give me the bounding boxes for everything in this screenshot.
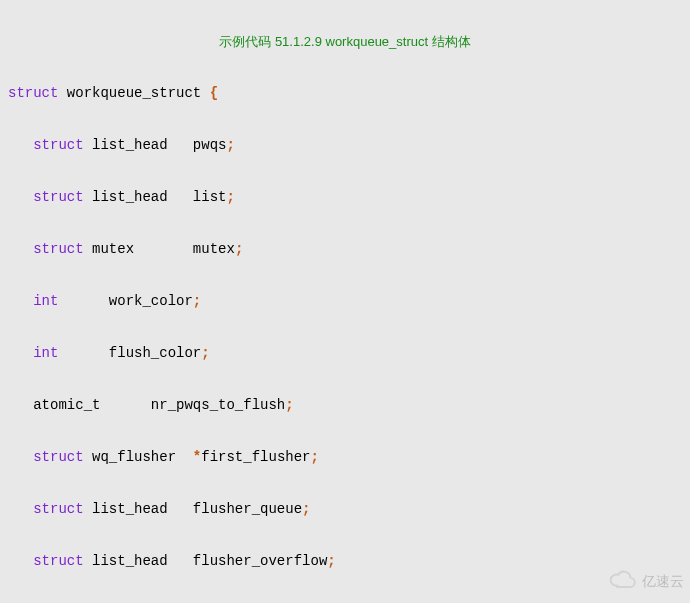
code-block: 示例代码 51.1.2.9 workqueue_struct 结构体 struc… [0,0,690,603]
indent [8,189,33,205]
code-text: list_head pwqs [84,137,227,153]
semicolon: ; [310,449,318,465]
semicolon: ; [235,241,243,257]
keyword: struct [33,189,83,205]
keyword: struct [33,241,83,257]
indent [8,449,33,465]
code-line: int work_color; [8,288,682,314]
keyword: struct [33,137,83,153]
code-line: struct workqueue_struct { [8,80,682,106]
code-text: flush_color [58,345,201,361]
keyword: int [33,345,58,361]
indent [8,137,33,153]
code-text: mutex mutex [84,241,235,257]
code-line: struct mutex mutex; [8,236,682,262]
indent [8,397,33,413]
indent [8,293,33,309]
indent [8,345,33,361]
keyword: struct [33,501,83,517]
code-text: wq_flusher [84,449,193,465]
brace-open: { [210,85,218,101]
keyword: struct [8,85,58,101]
keyword: struct [33,449,83,465]
code-line: struct list_head pwqs; [8,132,682,158]
semicolon: ; [226,137,234,153]
keyword: int [33,293,58,309]
semicolon: ; [226,189,234,205]
code-text: workqueue_struct [58,85,209,101]
code-text: list_head flusher_overflow [84,553,328,569]
code-line: struct list_head list; [8,184,682,210]
code-text: first_flusher [201,449,310,465]
code-text: list_head flusher_queue [84,501,302,517]
keyword: struct [33,553,83,569]
code-line: int flush_color; [8,340,682,366]
code-text: atomic_t nr_pwqs_to_flush [33,397,285,413]
code-text: work_color [58,293,192,309]
code-line: atomic_t nr_pwqs_to_flush; [8,392,682,418]
code-line: struct list_head flusher_overflow; [8,548,682,574]
semicolon: ; [193,293,201,309]
indent [8,553,33,569]
semicolon: ; [327,553,335,569]
indent [8,241,33,257]
pointer-star: * [193,449,201,465]
semicolon: ; [302,501,310,517]
indent [8,501,33,517]
code-title: 示例代码 51.1.2.9 workqueue_struct 结构体 [8,32,682,52]
semicolon: ; [285,397,293,413]
semicolon: ; [201,345,209,361]
code-text: list_head list [84,189,227,205]
code-line: struct wq_flusher *first_flusher; [8,444,682,470]
code-line: struct list_head flusher_queue; [8,496,682,522]
